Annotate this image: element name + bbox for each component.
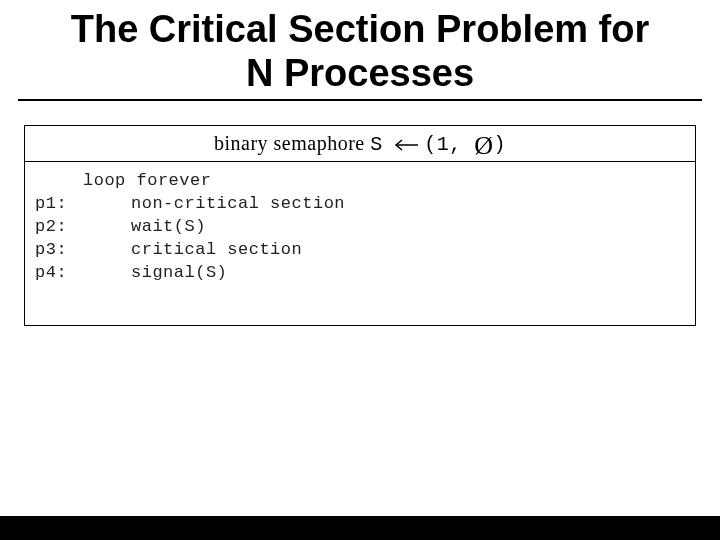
declaration-open: (1, [424, 133, 474, 156]
line-text: wait(S) [131, 216, 206, 239]
line-text: signal(S) [131, 262, 227, 285]
code-line-p4: p4: signal(S) [35, 262, 683, 285]
declaration-var: S [370, 133, 383, 156]
code-line-p2: p2: wait(S) [35, 216, 683, 239]
left-arrow-icon [392, 138, 420, 152]
line-label: p2: [35, 216, 83, 239]
code-box: binary semaphore S (1, Ø) loop forever p… [24, 125, 696, 325]
line-label: p4: [35, 262, 83, 285]
semaphore-declaration: binary semaphore S (1, Ø) [25, 126, 695, 162]
line-label: p3: [35, 239, 83, 262]
code-line-loop: loop forever [35, 170, 683, 193]
line-text: critical section [131, 239, 302, 262]
loop-keyword: loop forever [83, 170, 211, 193]
code-line-p1: p1: non-critical section [35, 193, 683, 216]
empty-set-symbol: Ø [474, 136, 493, 157]
slide-title: The Critical Section Problem for N Proce… [18, 0, 702, 99]
code-body: loop forever p1: non-critical section p2… [25, 162, 695, 325]
line-label: p1: [35, 193, 83, 216]
declaration-close: ) [494, 133, 507, 156]
line-text: non-critical section [131, 193, 345, 216]
declaration-prefix: binary semaphore [214, 132, 370, 154]
bottom-bar [0, 516, 720, 540]
code-line-p3: p3: critical section [35, 239, 683, 262]
